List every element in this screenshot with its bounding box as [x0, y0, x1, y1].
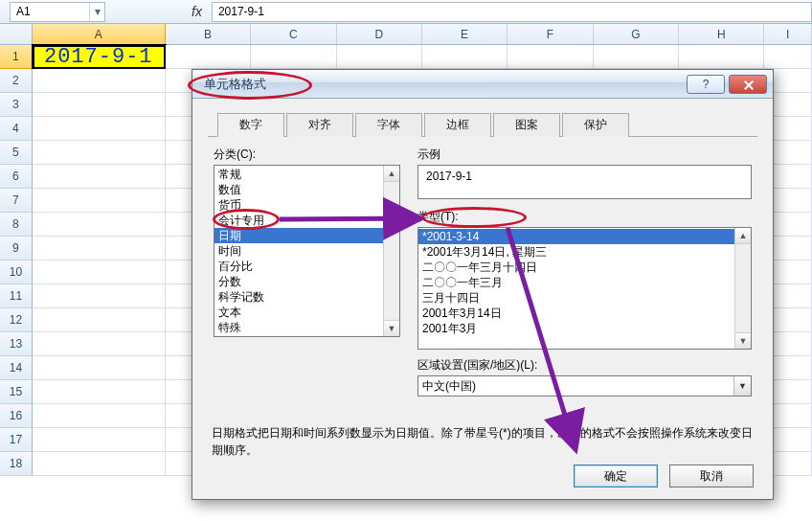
annotation-arrows — [0, 0, 812, 521]
svg-line-1 — [508, 228, 575, 446]
svg-line-0 — [280, 218, 417, 219]
